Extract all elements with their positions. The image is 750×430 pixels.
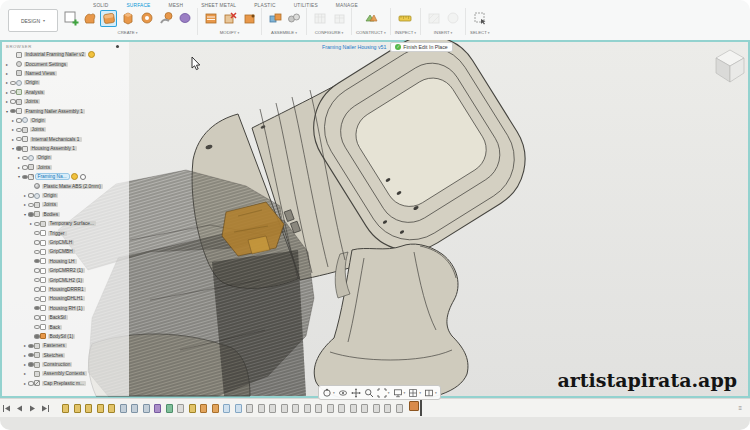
timeline-feature-joint-24[interactable] xyxy=(327,404,334,413)
group-label-construct[interactable]: CONSTRUCT xyxy=(356,30,386,35)
browser-item-back[interactable]: Back xyxy=(2,322,129,331)
browser-item-backstl[interactable]: BackStl xyxy=(2,313,129,322)
browser-item-origin[interactable]: ▸Origin xyxy=(2,191,129,200)
timeline-feature-sketch-12[interactable] xyxy=(189,404,196,413)
timeline-play-button[interactable] xyxy=(28,404,37,413)
group-label-modify[interactable]: MODIFY xyxy=(220,30,239,35)
timeline-feature-sketch-1[interactable] xyxy=(62,404,69,413)
pan-icon[interactable] xyxy=(351,388,361,398)
browser-item-internal-mechanicals-1[interactable]: ▸Internal Mechanicals 1 xyxy=(2,135,129,144)
browser-item-gripcmbh[interactable]: GripCMBH xyxy=(2,247,129,256)
browser-item-trigger[interactable]: Trigger xyxy=(2,228,129,237)
loft-icon[interactable] xyxy=(176,10,193,27)
browser-item-framing-nailer-assembly-1[interactable]: ▾Framing Nailer Assembly 1 xyxy=(2,106,129,115)
browser-item-analysis[interactable]: ▸Analysis xyxy=(2,88,129,97)
timeline-feature-joint-30[interactable] xyxy=(396,404,403,413)
design-menu-button[interactable]: DESIGN ▾ xyxy=(8,9,58,32)
timeline-feature-flag-8[interactable] xyxy=(143,404,150,413)
timeline-feature-joint-26[interactable] xyxy=(350,404,357,413)
timeline-feature-comp-15[interactable] xyxy=(223,404,230,413)
timeline-feature-joint-28[interactable] xyxy=(373,404,380,413)
display-settings-icon[interactable]: ▾ xyxy=(393,388,406,398)
browser-item-housingdhlh1[interactable]: HousingDHLH1 xyxy=(2,294,129,303)
viewports-icon[interactable]: ▾ xyxy=(424,388,437,398)
group-label-select[interactable]: SELECT xyxy=(470,30,489,35)
browser-item-joints[interactable]: ▸Joints xyxy=(2,163,129,172)
browser-item-sketches[interactable]: ▸Sketches xyxy=(2,351,129,360)
patch-icon[interactable] xyxy=(100,10,117,27)
browser-item-joints[interactable]: ▸Joints xyxy=(2,200,129,209)
browser-item-origin[interactable]: ▸Origin xyxy=(2,116,129,125)
sweep-icon[interactable] xyxy=(157,10,174,27)
timeline-feature-feature-14[interactable] xyxy=(212,404,219,413)
browser-item-framing-na[interactable]: ▾Framing Na... xyxy=(2,172,129,181)
thicken-icon[interactable] xyxy=(81,10,98,27)
timeline-feature-joint-25[interactable] xyxy=(338,404,345,413)
group-label-insert[interactable]: INSERT xyxy=(434,30,452,35)
timeline-feature-sketch-5[interactable] xyxy=(108,404,115,413)
timeline-feature-form-9[interactable] xyxy=(154,404,161,413)
browser-item-cap-preplastic-m[interactable]: ▸Cap Preplastic m... xyxy=(2,379,129,388)
browser-item-housingdrrr1[interactable]: HousingDRRR1 xyxy=(2,285,129,294)
insert-mesh-icon[interactable] xyxy=(425,10,442,27)
trim-icon[interactable] xyxy=(221,10,238,27)
browser-item-gripcmrr2-1[interactable]: GripCMRR2 (1) xyxy=(2,266,129,275)
insert-configuration-icon[interactable] xyxy=(330,10,347,27)
group-label-inspect[interactable]: INSPECT xyxy=(395,30,416,35)
offset-face-icon[interactable] xyxy=(240,10,257,27)
browser-item-housing-assembly-1[interactable]: ▾Housing Assembly 1 xyxy=(2,144,129,153)
browser-item-bodies[interactable]: ▾Bodies xyxy=(2,210,129,219)
press-pull-icon[interactable] xyxy=(202,10,219,27)
timeline-end-button[interactable] xyxy=(41,404,50,413)
browser-item-industrial-framing-nailer-v2[interactable]: Industrial Framing Nailer v2 xyxy=(2,50,129,59)
browser-item-fasteners[interactable]: ▸Fasteners xyxy=(2,341,129,350)
configuration-table-icon[interactable] xyxy=(311,10,328,27)
timeline-feature-joint-19[interactable] xyxy=(269,404,276,413)
zoom-icon[interactable] xyxy=(364,388,374,398)
browser-item-origin[interactable]: ▸Origin xyxy=(2,78,129,87)
expander-icon[interactable]: ▸ xyxy=(4,71,10,76)
timeline-feature-joint-27[interactable] xyxy=(361,404,368,413)
active-component-link[interactable]: Framing Nailer Housing v51 xyxy=(322,44,386,50)
timeline-step-back-button[interactable] xyxy=(15,404,24,413)
browser-item-plastic-matte-abs-2-0mm[interactable]: Plastic Matte ABS (2.0mm) xyxy=(2,181,129,190)
fit-icon[interactable]: ▾ xyxy=(377,388,390,398)
timeline-feature-feature-13[interactable] xyxy=(200,404,207,413)
timeline-feature-joint-18[interactable] xyxy=(258,404,265,413)
orbit-icon[interactable]: ▾ xyxy=(322,388,335,398)
browser-item-named-views[interactable]: ▸Named Views xyxy=(2,69,129,78)
browser-item-joints[interactable]: ▸Joints xyxy=(2,97,129,106)
browser-item-construction[interactable]: ▸Construction xyxy=(2,360,129,369)
browser-item-assembly-contexts[interactable]: ▸Assembly Contexts xyxy=(2,369,129,378)
timeline-feature-sketch-2[interactable] xyxy=(74,404,81,413)
revolve-icon[interactable] xyxy=(138,10,155,27)
browser-item-joints[interactable]: ▸Joints xyxy=(2,125,129,134)
expander-icon[interactable]: ▸ xyxy=(4,62,10,67)
timeline-feature-joint-21[interactable] xyxy=(292,404,299,413)
browser-item-housing-lh[interactable]: Housing LH xyxy=(2,257,129,266)
timeline-feature-joint-29[interactable] xyxy=(384,404,391,413)
browser-item-gripcmlh[interactable]: GripCMLH xyxy=(2,238,129,247)
finish-edit-in-place-button[interactable]: ✓ Finish Edit In Place xyxy=(390,42,452,52)
timeline-feature-flag-7[interactable] xyxy=(131,404,138,413)
timeline-feature-comp-16[interactable] xyxy=(235,404,242,413)
timeline-feature-joint-22[interactable] xyxy=(304,404,311,413)
group-label-assemble[interactable]: ASSEMBLE xyxy=(271,30,297,35)
joint-icon[interactable] xyxy=(285,10,302,27)
panel-options-icon[interactable] xyxy=(116,45,119,48)
timeline-start-button[interactable] xyxy=(2,404,11,413)
extrude-icon[interactable] xyxy=(119,10,136,27)
timeline-feature-check-10[interactable] xyxy=(166,404,173,413)
select-icon[interactable] xyxy=(471,10,488,27)
look-at-icon[interactable] xyxy=(338,388,348,398)
browser-item-gripcmlh2-1[interactable]: GripCMLH2 (1) xyxy=(2,275,129,284)
timeline-feature-sketch-4[interactable] xyxy=(97,404,104,413)
browser-item-temporary-surface[interactable]: ▸Temporary Surface... xyxy=(2,219,129,228)
browser-item-housing-rh-1[interactable]: Housing RH (1) xyxy=(2,304,129,313)
timeline-feature-joint-23[interactable] xyxy=(315,404,322,413)
new-sketch-icon[interactable] xyxy=(62,10,79,27)
browser-item-bodystl-1[interactable]: BodyStl (1) xyxy=(2,332,129,341)
browser-item-document-settings[interactable]: ▸Document Settings xyxy=(2,59,129,68)
insert-derive-icon[interactable] xyxy=(444,10,461,27)
timeline-options-icon[interactable]: ≡ xyxy=(738,405,742,411)
